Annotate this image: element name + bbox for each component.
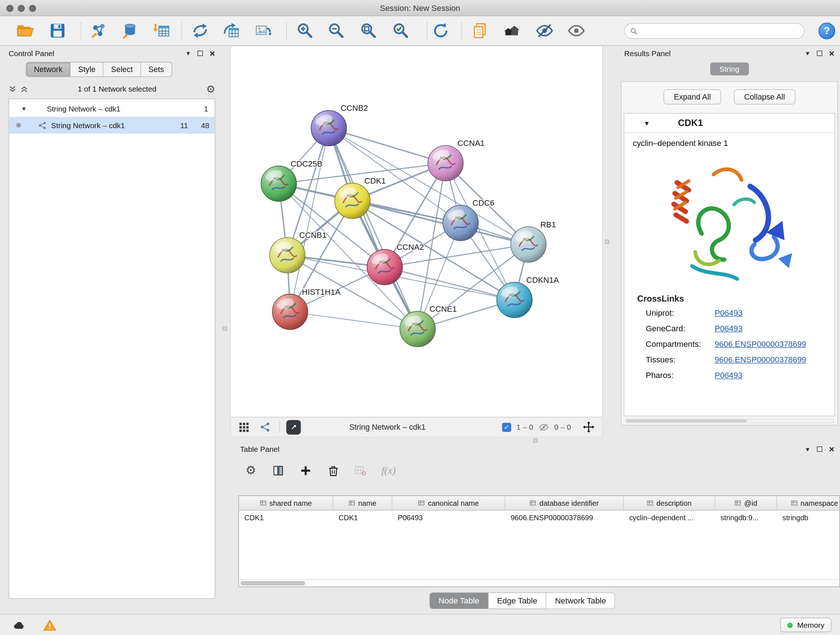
delete-column-button[interactable] xyxy=(322,460,344,481)
tab-node-table[interactable]: Node Table xyxy=(429,592,488,609)
table-panel-close-button[interactable]: ✕ xyxy=(829,446,835,453)
zoom-out-button[interactable] xyxy=(324,19,348,42)
pan-crosshair-icon[interactable] xyxy=(583,421,595,433)
table-panel-float-button[interactable] xyxy=(817,447,822,452)
table-cell[interactable]: P06493 xyxy=(392,514,505,522)
network-row-selected[interactable]: String Network – cdk1 11 48 xyxy=(9,117,215,134)
control-panel-collapse-button[interactable]: ▼ xyxy=(185,50,191,56)
control-panel-close-button[interactable]: ✕ xyxy=(210,50,215,57)
column-header-canonical-name[interactable]: canonical name xyxy=(392,496,505,510)
results-scrollbar-thumb[interactable] xyxy=(626,420,747,422)
import-network-from-database-button[interactable] xyxy=(117,19,142,42)
apply-layout-button[interactable] xyxy=(428,19,453,42)
show-columns-button[interactable] xyxy=(267,460,289,481)
network-node-RB1[interactable] xyxy=(511,226,546,262)
network-node-CDK1[interactable] xyxy=(335,183,370,219)
tab-network-table[interactable]: Network Table xyxy=(546,592,615,609)
tab-sets[interactable]: Sets xyxy=(141,62,172,77)
collapse-all-chevrons-icon[interactable] xyxy=(21,86,28,92)
network-node-CCNA2[interactable] xyxy=(367,249,402,285)
crosslink-genecard-link[interactable]: P06493 xyxy=(714,324,742,333)
show-all-button[interactable] xyxy=(564,19,589,42)
help-button[interactable]: ? xyxy=(819,22,835,39)
network-node-CCNB1[interactable] xyxy=(270,238,305,273)
column-header-description[interactable]: description xyxy=(624,496,715,510)
copy-document-button[interactable] xyxy=(468,19,493,42)
expand-all-chevrons-icon[interactable] xyxy=(9,86,16,92)
table-cell[interactable]: CDK1 xyxy=(333,514,393,522)
network-node-CCNA1[interactable] xyxy=(428,146,463,181)
cloud-button[interactable] xyxy=(10,618,29,632)
crosslink-uniprot-link[interactable]: P06493 xyxy=(714,308,742,317)
network-node-CCNB2[interactable] xyxy=(311,111,347,146)
collapse-all-button[interactable]: Collapse All xyxy=(734,89,795,105)
results-panel-float-button[interactable] xyxy=(817,51,822,56)
open-in-new-window-button[interactable] xyxy=(286,420,301,434)
warnings-button[interactable] xyxy=(40,618,59,632)
network-collection-row[interactable]: ▼ String Network – cdk1 1 xyxy=(9,100,215,117)
window-zoom-button[interactable] xyxy=(29,5,36,11)
table-row[interactable]: CDK1CDK1P064939606.ENSP00000378699cyclin… xyxy=(239,510,839,525)
network-edge-CDK1-RB1[interactable] xyxy=(352,201,528,244)
network-edge-CCNB2-CCNA1[interactable] xyxy=(329,128,446,163)
column-header-at-id[interactable]: @id xyxy=(715,496,777,510)
crosslink-pharos-link[interactable]: P06493 xyxy=(714,371,742,379)
tab-style[interactable]: Style xyxy=(71,62,103,77)
network-overview-button[interactable] xyxy=(258,420,273,435)
column-header-database-identifier[interactable]: database identifier xyxy=(505,496,624,510)
tab-edge-table[interactable]: Edge Table xyxy=(488,592,546,609)
zoom-selected-button[interactable] xyxy=(388,19,413,42)
expand-all-button[interactable]: Expand All xyxy=(664,89,721,105)
tab-select[interactable]: Select xyxy=(103,62,141,77)
home-button[interactable] xyxy=(500,19,525,42)
grid-view-button[interactable] xyxy=(236,420,251,435)
swap-network-button[interactable] xyxy=(188,19,212,42)
zoom-fit-button[interactable] xyxy=(356,19,381,42)
table-hscrollbar-thumb[interactable] xyxy=(240,581,305,585)
network-edge-CCNB2-HIST1H1A[interactable] xyxy=(290,128,329,312)
export-image-button[interactable] xyxy=(251,19,275,42)
results-panel-collapse-button[interactable]: ▼ xyxy=(805,50,810,56)
table-panel-collapse-button[interactable]: ▼ xyxy=(805,446,810,452)
zoom-in-button[interactable] xyxy=(293,19,317,42)
network-node-HIST1H1A[interactable] xyxy=(272,294,308,329)
network-options-gear-icon[interactable]: ⚙ xyxy=(206,84,215,94)
network-from-table-button[interactable] xyxy=(219,19,243,42)
table-cell[interactable]: stringdb:9... xyxy=(715,514,777,522)
selected-count-checkbox[interactable]: ✓ xyxy=(502,423,511,432)
splitter-handle[interactable] xyxy=(605,240,609,244)
collection-expand-triangle-icon[interactable]: ▼ xyxy=(21,105,28,112)
network-node-CDC25B[interactable] xyxy=(261,166,296,201)
network-node-CCNE1[interactable] xyxy=(400,311,435,347)
window-minimize-button[interactable] xyxy=(18,5,25,11)
splitter-handle[interactable] xyxy=(533,439,538,443)
search-input[interactable] xyxy=(641,27,799,35)
table-cell[interactable]: stringdb xyxy=(777,514,840,522)
network-edge-HIST1H1A-CCNE1[interactable] xyxy=(290,312,418,329)
control-panel-float-button[interactable] xyxy=(197,51,203,56)
import-table-button[interactable] xyxy=(150,19,174,42)
open-session-button[interactable] xyxy=(13,19,38,42)
table-cell[interactable]: cyclin–dependent ... xyxy=(624,514,715,522)
window-close-button[interactable] xyxy=(6,5,13,11)
save-session-button[interactable] xyxy=(45,19,70,42)
memory-button[interactable]: Memory xyxy=(781,618,832,632)
table-options-button[interactable]: ⚙ xyxy=(240,460,262,481)
column-header-name[interactable]: name xyxy=(333,496,393,510)
results-panel-close-button[interactable]: ✕ xyxy=(829,50,835,57)
network-node-CDKN1A[interactable] xyxy=(497,282,532,318)
card-collapse-triangle-icon[interactable]: ▼ xyxy=(644,119,650,127)
splitter-handle[interactable] xyxy=(223,326,227,331)
crosslink-compartments-link[interactable]: 9606.ENSP00000378699 xyxy=(714,339,806,348)
column-header-namespace[interactable]: namespace xyxy=(777,496,840,510)
crosslink-tissues-link[interactable]: 9606.ENSP00000378699 xyxy=(714,355,806,364)
hide-selected-button[interactable] xyxy=(532,19,557,42)
network-canvas[interactable]: CCNB2CCNA1CDC25BCDK1CDC6RB1CCNB1CCNA2CDK… xyxy=(231,46,602,417)
string-tab[interactable]: String xyxy=(710,63,749,76)
tab-network[interactable]: Network xyxy=(26,62,71,77)
import-network-from-file-button[interactable] xyxy=(86,19,111,42)
table-cell[interactable]: CDK1 xyxy=(239,514,333,522)
network-node-CDC6[interactable] xyxy=(443,205,478,241)
column-header-shared-name[interactable]: shared name xyxy=(239,496,333,510)
create-column-button[interactable] xyxy=(295,460,317,481)
